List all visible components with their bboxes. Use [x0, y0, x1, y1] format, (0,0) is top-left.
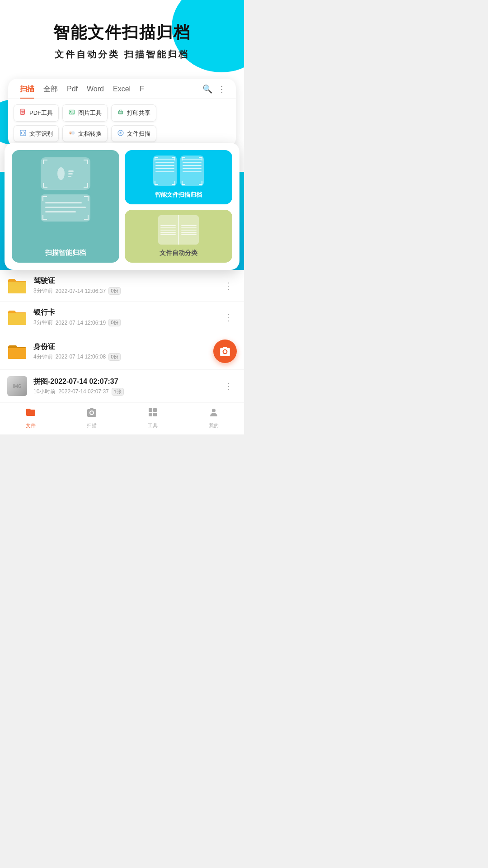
files-nav-icon: [25, 407, 36, 420]
nav-scan[interactable]: 扫描: [61, 407, 122, 429]
pdf-tool-label: PDF工具: [29, 109, 53, 117]
file-menu-icon[interactable]: ⋮: [221, 379, 237, 393]
person-silhouette: [57, 167, 65, 180]
file-date: 2022-07-14 12:06:37: [56, 288, 106, 294]
tab-scan[interactable]: 扫描: [15, 85, 39, 99]
file-count: 1张: [112, 388, 124, 396]
auto-sort-card[interactable]: 文件自动分类: [125, 210, 232, 263]
file-count: 0份: [108, 287, 121, 295]
svg-text:PDF: PDF: [21, 111, 25, 113]
file-thumbnail: IMG: [7, 376, 27, 396]
svg-point-13: [71, 132, 75, 135]
file-time: 10小时前: [33, 388, 56, 396]
convert-icon: W: [68, 129, 75, 138]
files-nav-label: 文件: [26, 422, 36, 429]
tab-bar: 扫描 全部 Pdf Word Excel F 🔍 ⋮: [8, 79, 236, 99]
tools-nav-icon: [147, 407, 158, 420]
doc-scan-icon: [41, 194, 90, 222]
image-icon: [68, 108, 75, 118]
doc-icon-right: [180, 156, 204, 186]
main-title: 智能文件扫描归档: [14, 23, 230, 42]
file-item[interactable]: 银行卡 3分钟前 2022-07-14 12:06:19 0份 ⋮: [0, 302, 244, 333]
svg-rect-21: [153, 408, 157, 412]
file-meta: 3分钟前 2022-07-14 12:06:37 0份: [33, 287, 221, 295]
file-menu-icon[interactable]: ⋮: [221, 310, 237, 325]
tab-excel[interactable]: Excel: [108, 85, 135, 98]
scan-nav-label: 扫描: [87, 422, 97, 429]
file-time: 3分钟前: [33, 287, 53, 295]
ocr-label: 文字识别: [29, 130, 53, 138]
right-column: 智能文件扫描归档 文件自动分类: [125, 150, 232, 263]
file-date: 2022-07-14 02:07:37: [58, 388, 108, 395]
more-icon[interactable]: ⋮: [215, 84, 229, 99]
file-count: 0份: [108, 319, 121, 326]
app-card: 扫描 全部 Pdf Word Excel F 🔍 ⋮ PDF PDF工具: [8, 79, 236, 147]
file-name: 身份证: [33, 342, 210, 352]
pdf-tool-button[interactable]: PDF PDF工具: [14, 104, 59, 122]
file-info: 身份证 4分钟前 2022-07-14 12:06:08 0份: [33, 342, 210, 361]
file-menu-icon[interactable]: ⋮: [221, 278, 237, 293]
tools-row-1: PDF PDF工具 图片工具: [8, 99, 236, 125]
mine-nav-label: 我的: [209, 422, 219, 429]
scan-nav-icon: [86, 407, 97, 420]
tab-all[interactable]: 全部: [39, 85, 62, 99]
svg-rect-8: [119, 113, 122, 114]
image-tool-button[interactable]: 图片工具: [62, 104, 108, 122]
file-scan-label: 文件扫描: [127, 130, 150, 138]
nav-tools[interactable]: 工具: [122, 407, 183, 429]
popup-card: 扫描智能归档: [5, 143, 239, 270]
convert-button[interactable]: W 文档转换: [62, 125, 108, 142]
image-tool-label: 图片工具: [78, 109, 102, 117]
camera-fab-button[interactable]: [213, 340, 237, 363]
svg-point-24: [212, 409, 216, 412]
file-count: 0份: [108, 353, 121, 361]
file-meta: 3分钟前 2022-07-14 12:06:19 0份: [33, 319, 221, 326]
ocr-button[interactable]: T 文字识别: [14, 125, 59, 142]
svg-rect-20: [149, 408, 152, 412]
smart-scan-card[interactable]: 智能文件扫描归档: [125, 150, 232, 204]
file-scan-button[interactable]: 文件扫描: [111, 125, 156, 142]
tab-pdf[interactable]: Pdf: [62, 85, 82, 98]
search-icon[interactable]: 🔍: [200, 84, 215, 99]
svg-point-17: [120, 132, 122, 134]
print-tool-button[interactable]: 打印共享: [111, 104, 156, 122]
svg-point-18: [224, 350, 227, 354]
doc-icon-left: [153, 156, 177, 186]
folder-icon: [7, 309, 27, 326]
pdf-icon: PDF: [19, 108, 27, 118]
file-date: 2022-07-14 12:06:19: [56, 320, 106, 326]
svg-rect-22: [149, 413, 152, 416]
nav-mine[interactable]: 我的: [183, 407, 244, 429]
file-info: 银行卡 3分钟前 2022-07-14 12:06:19 0份: [33, 308, 221, 326]
file-scan-icon: [117, 129, 124, 138]
file-meta: 4分钟前 2022-07-14 12:06:08 0份: [33, 353, 210, 361]
id-card-icon: [41, 157, 90, 190]
file-name: 拼图-2022-07-14 02:07:37: [33, 377, 221, 387]
folder-icon: [7, 343, 27, 360]
nav-files[interactable]: 文件: [0, 407, 61, 429]
bottom-nav: 文件 扫描 工具: [0, 403, 244, 434]
file-info: 拼图-2022-07-14 02:07:37 10小时前 2022-07-14 …: [33, 377, 221, 396]
auto-sort-label: 文件自动分类: [160, 245, 197, 257]
doc-pair: [153, 156, 204, 186]
svg-text:T: T: [21, 132, 22, 134]
folder-icon: [7, 277, 27, 294]
svg-point-19: [90, 411, 93, 414]
svg-rect-23: [153, 413, 157, 416]
convert-label: 文档转换: [78, 130, 102, 138]
file-name: 驾驶证: [33, 276, 221, 286]
id-lines: [68, 170, 74, 177]
tab-f[interactable]: F: [135, 85, 149, 98]
file-item[interactable]: 驾驶证 3分钟前 2022-07-14 12:06:37 0份 ⋮: [0, 270, 244, 302]
sub-title: 文件自动分类 扫描智能归档: [14, 48, 230, 61]
file-name: 银行卡: [33, 308, 221, 317]
tab-word[interactable]: Word: [82, 85, 108, 98]
scan-archive-card[interactable]: 扫描智能归档: [12, 150, 119, 263]
file-item[interactable]: IMG 拼图-2022-07-14 02:07:37 10小时前 2022-07…: [0, 370, 244, 403]
file-meta: 10小时前 2022-07-14 02:07:37 1张: [33, 388, 221, 396]
file-item[interactable]: 身份证 4分钟前 2022-07-14 12:06:08 0份 ⋮: [0, 333, 244, 370]
svg-point-9: [122, 112, 122, 113]
svg-point-5: [70, 111, 71, 113]
print-tool-label: 打印共享: [127, 109, 150, 117]
tools-nav-label: 工具: [148, 422, 158, 429]
